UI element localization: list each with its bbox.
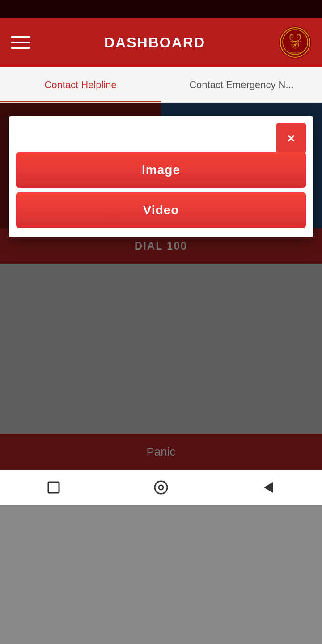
tab-contact-helpline-label: Contact Helpline [44,79,116,91]
svg-point-18 [159,485,163,490]
media-type-modal: × Image Video [9,116,313,237]
svg-rect-16 [48,482,59,493]
main-content: × Image Video SEND IMAGE/ VIDEO [0,103,322,470]
government-emblem: सत्यमेव जयते [279,26,311,59]
close-icon: × [287,131,295,146]
modal-body: Image Video [9,152,313,228]
modal-close-button[interactable]: × [276,123,306,153]
tab-contact-emergency[interactable]: Contact Emergency N... [161,67,322,102]
android-home-button[interactable] [152,479,170,496]
tab-bar: Contact Helpline Contact Emergency N... [0,67,322,103]
android-back-button[interactable] [259,479,277,496]
tab-contact-helpline[interactable]: Contact Helpline [0,67,161,102]
android-square-button[interactable] [45,479,63,496]
tab-contact-emergency-label: Contact Emergency N... [189,79,294,91]
video-button[interactable]: Video [16,192,306,228]
status-bar [0,0,322,18]
svg-point-1 [290,34,301,41]
image-button[interactable]: Image [16,152,306,188]
android-navigation-bar [0,470,322,505]
header-title: DASHBOARD [104,34,205,51]
svg-text:सत्यमेव जयते: सत्यमेव जयते [289,51,301,54]
svg-point-17 [155,481,167,494]
modal-header: × [9,116,313,152]
hamburger-menu-icon[interactable] [11,36,30,49]
svg-marker-19 [264,482,273,493]
app-header: DASHBOARD [0,18,322,67]
